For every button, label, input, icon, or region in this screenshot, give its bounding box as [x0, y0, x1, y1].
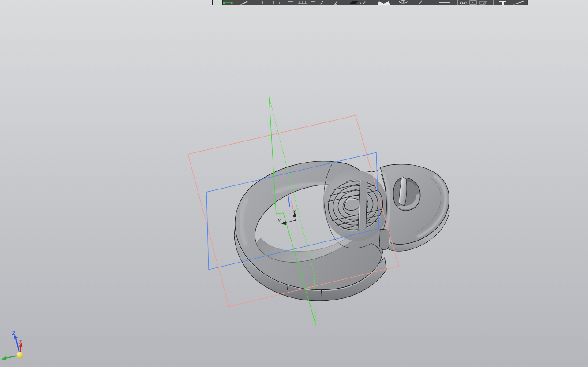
triad-origin-sphere [17, 352, 23, 359]
origin-marker[interactable]: X Y [277, 195, 296, 225]
orientation-triad[interactable]: Z X [1, 330, 23, 360]
toolbar-button-grid-snap-tool[interactable] [298, 1, 307, 4]
toolbar-button-selection-tool[interactable] [213, 0, 222, 5]
origin-x-label: X [292, 208, 296, 215]
origin-y-label: Y [277, 217, 281, 224]
triad-x-label: X [19, 339, 22, 345]
triad-z-label: Z [12, 330, 15, 336]
triad-y-arrowhead [1, 356, 6, 360]
top-toolbar[interactable] [212, 0, 528, 5]
cad-viewport-stage[interactable]: X Y Z X [0, 0, 588, 367]
neck-notch [379, 229, 390, 250]
origin-z-axis-stub [288, 195, 290, 207]
viewport-3d[interactable]: X Y Z X [0, 0, 588, 367]
tab-lobe [380, 164, 449, 251]
